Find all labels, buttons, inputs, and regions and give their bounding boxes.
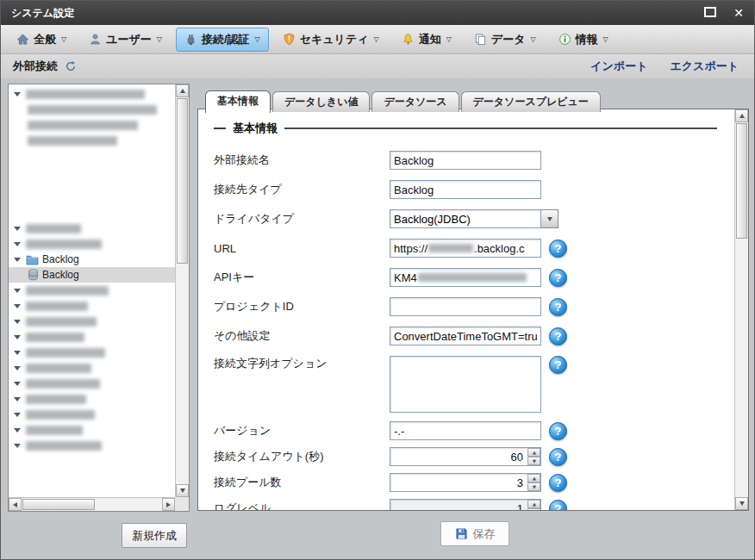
help-icon[interactable]: ? [549,422,567,440]
scrollbar-thumb[interactable] [177,98,188,264]
tree-item-redacted[interactable] [9,391,175,407]
tab-basic-info[interactable]: 基本情報 [205,90,271,113]
tree-item-redacted[interactable] [9,117,175,133]
stepper-down-button[interactable] [527,508,540,510]
tree-vertical-scrollbar[interactable] [175,84,189,497]
tree-item-redacted[interactable] [9,314,175,329]
tree-item-redacted[interactable] [9,407,175,422]
tree-item-backlog-folder[interactable]: Backlog [9,252,175,267]
tree-item-redacted[interactable] [9,422,175,438]
expander-icon[interactable] [14,397,21,401]
expander-icon[interactable] [14,335,21,339]
other-settings-input[interactable] [390,327,541,345]
scroll-down-button[interactable] [176,484,189,497]
refresh-button[interactable] [65,60,77,72]
help-icon[interactable]: ? [549,448,567,466]
help-icon[interactable]: ? [549,298,567,316]
tree-item-backlog-connection[interactable]: Backlog [9,267,175,283]
tree-item-redacted[interactable] [9,283,175,298]
help-icon[interactable]: ? [549,500,567,511]
nav-notifications[interactable]: 通知 ▽ [393,28,460,52]
pool-count-input[interactable] [390,473,541,492]
expander-icon[interactable] [14,92,21,96]
nav-info[interactable]: 情報 ▽ [550,28,617,52]
nav-connection-auth[interactable]: 接続/認証 ▽ [176,28,269,52]
scroll-up-button[interactable] [735,109,748,122]
tree-item-redacted[interactable] [9,236,175,252]
timeout-input[interactable] [390,447,541,466]
create-new-button[interactable]: 新規作成 [122,523,187,548]
tree-item-redacted[interactable] [9,360,175,376]
stepper-up-button[interactable] [527,474,540,482]
expander-icon[interactable] [14,227,21,231]
scrollbar-thumb[interactable] [736,123,747,239]
expander-icon[interactable] [14,413,21,417]
maximize-button[interactable] [704,7,716,20]
tab-data-source-preview[interactable]: データソースプレビュー [461,91,601,112]
tree-item-redacted[interactable] [9,102,175,117]
tab-data-threshold[interactable]: データしきい値 [272,91,370,112]
import-link[interactable]: インポート [590,59,647,74]
expander-icon[interactable] [14,320,21,324]
stepper-up-button[interactable] [527,448,540,457]
arrow-left-icon [13,502,17,507]
nav-users[interactable]: ユーザー ▽ [80,28,171,52]
tree-item-redacted[interactable] [9,376,175,391]
tree-item-redacted[interactable] [9,438,175,453]
nav-security[interactable]: セキュリティ ▽ [274,28,388,52]
scroll-up-button[interactable] [176,84,189,97]
expander-icon[interactable] [14,289,21,293]
expander-icon[interactable] [14,351,21,355]
stepper-up-button[interactable] [527,500,540,508]
tree-item-redacted[interactable] [9,221,175,236]
connection-name-input[interactable] [390,151,541,170]
select-dropdown-button[interactable] [541,209,558,228]
field-connection-string-options: 接続文字列オプション ? [214,356,726,413]
help-icon[interactable]: ? [549,269,567,287]
scrollbar-thumb[interactable] [22,499,95,510]
nav-general[interactable]: 全般 ▽ [8,28,75,52]
tree-item-redacted[interactable] [9,86,175,102]
log-level-input[interactable] [390,499,541,510]
scroll-down-button[interactable] [735,497,748,510]
expander-icon[interactable] [14,366,21,370]
tree-item-redacted[interactable] [9,329,175,345]
help-icon[interactable]: ? [549,240,567,258]
arrow-down-icon [739,501,745,506]
scroll-right-button[interactable] [162,498,175,511]
tab-data-source[interactable]: データソース [371,91,459,112]
content-vertical-scrollbar[interactable] [734,109,748,510]
url-input[interactable]: https:// .backlog.c [390,239,541,258]
save-button[interactable]: 保存 [440,521,509,546]
tree-item-redacted[interactable] [9,133,175,148]
help-icon[interactable]: ? [549,356,567,374]
tree-item-redacted[interactable] [9,298,175,314]
expander-icon[interactable] [14,382,21,386]
help-icon[interactable]: ? [549,474,567,492]
expander-icon[interactable] [14,242,21,246]
version-input[interactable] [390,421,541,440]
stepper-down-button[interactable] [527,457,540,465]
expander-icon[interactable] [14,258,21,262]
redacted-label [28,105,157,115]
connection-type-input[interactable] [390,180,541,199]
scroll-left-button[interactable] [9,498,22,511]
expander-icon[interactable] [14,304,21,308]
chevron-down-icon: ▽ [374,35,379,43]
export-link[interactable]: エクスポート [670,59,739,74]
field-label: 接続文字列オプション [214,356,390,371]
api-key-input[interactable]: KM4 [390,268,541,287]
project-id-input[interactable] [390,297,541,316]
driver-type-select[interactable]: Backlog(JDBC) [390,209,558,228]
expander-icon[interactable] [14,444,21,448]
tree-item-redacted[interactable] [9,345,175,360]
stepper-down-button[interactable] [527,482,540,491]
close-button[interactable]: ✕ [733,7,744,19]
help-icon[interactable]: ? [549,327,567,345]
connection-string-options-textarea[interactable] [390,356,541,413]
expander-icon[interactable] [14,428,21,432]
nav-data[interactable]: データ ▽ [465,28,545,52]
basic-info-panel: 基本情報 外部接続名 接続先タイプ ドライバタイプ Backlog(JDBC) [197,109,749,511]
refresh-icon [65,60,77,72]
tree-horizontal-scrollbar[interactable] [9,497,175,511]
